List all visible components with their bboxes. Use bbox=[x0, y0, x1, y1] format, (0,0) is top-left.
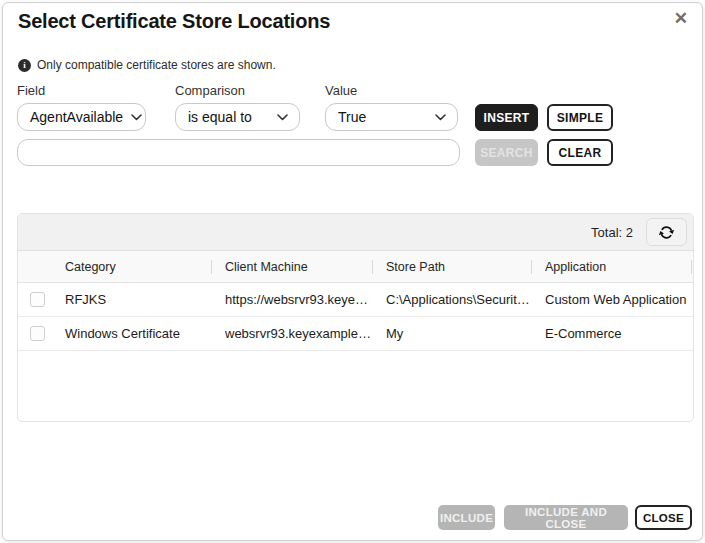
column-header-client-machine[interactable]: Client Machine bbox=[211, 260, 372, 274]
value-select[interactable]: True bbox=[325, 103, 458, 131]
query-input[interactable] bbox=[17, 139, 460, 166]
simple-button[interactable]: SIMPLE bbox=[547, 104, 613, 131]
chevron-down-icon bbox=[435, 114, 446, 121]
column-header-store-path[interactable]: Store Path bbox=[372, 260, 531, 274]
include-and-close-button[interactable]: INCLUDE AND CLOSE bbox=[504, 505, 628, 530]
include-button[interactable]: INCLUDE bbox=[438, 505, 495, 530]
info-icon: i bbox=[18, 59, 31, 72]
column-header-application[interactable]: Application bbox=[531, 260, 693, 274]
total-count: Total: 2 bbox=[591, 225, 633, 240]
row-checkbox[interactable] bbox=[30, 292, 45, 307]
refresh-icon bbox=[658, 224, 675, 241]
table-toolbar: Total: 2 bbox=[18, 214, 693, 251]
cell-client-machine: https://websrvr93.keye… bbox=[211, 292, 372, 307]
certificate-store-table-panel: Total: 2 Category Client Machine Store P… bbox=[17, 213, 694, 422]
field-select[interactable]: AgentAvailable bbox=[17, 103, 146, 131]
close-button[interactable]: CLOSE bbox=[635, 505, 692, 530]
chevron-down-icon bbox=[277, 114, 288, 121]
insert-button[interactable]: INSERT bbox=[475, 104, 538, 131]
comparison-filter-group: Comparison is equal to bbox=[175, 83, 300, 131]
cell-category: RFJKS bbox=[51, 292, 211, 307]
info-banner: i Only compatible certificate stores are… bbox=[18, 58, 276, 72]
row-checkbox-cell bbox=[18, 292, 51, 307]
refresh-button[interactable] bbox=[646, 218, 687, 246]
info-text: Only compatible certificate stores are s… bbox=[37, 58, 276, 72]
select-certificate-store-locations-dialog: Select Certificate Store Locations ✕ i O… bbox=[2, 2, 703, 541]
cell-store-path: C:\Applications\Securit… bbox=[372, 292, 531, 307]
column-header-category[interactable]: Category bbox=[51, 260, 211, 274]
value-label: Value bbox=[325, 83, 458, 98]
dialog-title: Select Certificate Store Locations bbox=[18, 10, 330, 33]
table-row[interactable]: Windows Certificate websrvr93.keyexample… bbox=[18, 317, 693, 351]
table-header-row: Category Client Machine Store Path Appli… bbox=[18, 251, 693, 283]
close-icon[interactable]: ✕ bbox=[674, 9, 688, 29]
field-filter-group: Field AgentAvailable bbox=[17, 83, 146, 131]
chevron-down-icon bbox=[131, 114, 142, 121]
clear-button[interactable]: CLEAR bbox=[547, 139, 613, 166]
cell-category: Windows Certificate bbox=[51, 326, 211, 341]
table-row[interactable]: RFJKS https://websrvr93.keye… C:\Applica… bbox=[18, 283, 693, 317]
cell-application: E-Commerce bbox=[531, 326, 693, 341]
comparison-select[interactable]: is equal to bbox=[175, 103, 300, 131]
comparison-label: Comparison bbox=[175, 83, 300, 98]
comparison-select-value: is equal to bbox=[188, 109, 252, 125]
cell-client-machine: websrvr93.keyexample… bbox=[211, 326, 372, 341]
cell-application: Custom Web Application bbox=[531, 292, 693, 307]
row-checkbox-cell bbox=[18, 326, 51, 341]
value-select-value: True bbox=[338, 109, 366, 125]
row-checkbox[interactable] bbox=[30, 326, 45, 341]
field-select-value: AgentAvailable bbox=[30, 109, 123, 125]
search-button[interactable]: SEARCH bbox=[475, 139, 538, 166]
value-filter-group: Value True bbox=[325, 83, 458, 131]
field-label: Field bbox=[17, 83, 146, 98]
cell-store-path: My bbox=[372, 326, 531, 341]
